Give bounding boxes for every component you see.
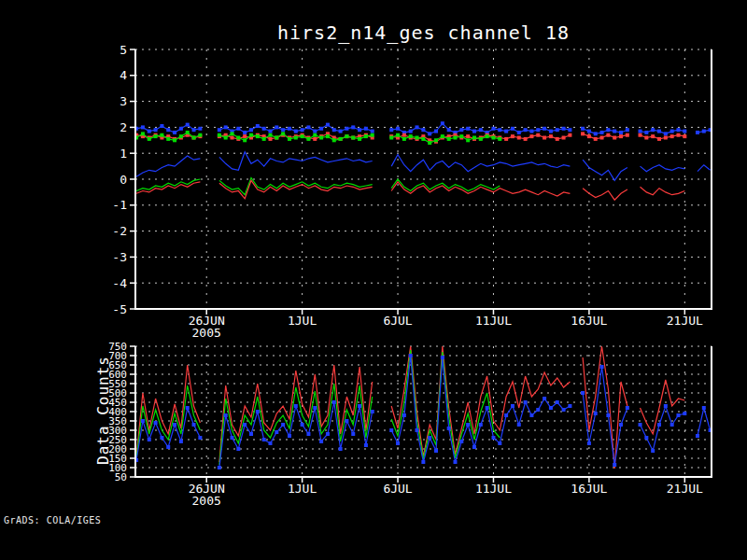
svg-text:-3: -3: [112, 250, 127, 264]
svg-text:6JUL: 6JUL: [383, 482, 412, 496]
svg-text:1JUL: 1JUL: [288, 482, 317, 496]
svg-text:1: 1: [120, 147, 127, 161]
chart-canvas: -5-4-3-2-101234526JUN20051JUL6JUL11JUL16…: [0, 0, 747, 560]
svg-text:6JUL: 6JUL: [383, 314, 412, 328]
grads-plot-window: hirs2_n14_ges channel 18 Data Counts -5-…: [0, 0, 747, 560]
svg-text:2: 2: [120, 120, 127, 134]
svg-text:4: 4: [120, 68, 127, 82]
svg-text:21JUL: 21JUL: [667, 482, 703, 496]
svg-text:-4: -4: [112, 276, 127, 290]
svg-text:-1: -1: [112, 198, 127, 212]
svg-text:11JUL: 11JUL: [475, 314, 512, 328]
svg-text:16JUL: 16JUL: [571, 314, 607, 328]
svg-text:-5: -5: [112, 302, 127, 316]
svg-text:11JUL: 11JUL: [475, 482, 512, 496]
svg-text:5: 5: [120, 43, 127, 57]
grads-attribution: GrADS: COLA/IGES: [4, 515, 101, 525]
svg-text:3: 3: [120, 94, 127, 108]
svg-text:750: 750: [108, 341, 127, 353]
svg-text:-2: -2: [112, 224, 127, 238]
svg-text:21JUL: 21JUL: [667, 314, 703, 328]
svg-text:2005: 2005: [192, 326, 221, 340]
svg-text:16JUL: 16JUL: [571, 482, 607, 496]
svg-text:0: 0: [120, 173, 127, 187]
svg-text:2005: 2005: [192, 494, 221, 508]
svg-text:1JUL: 1JUL: [288, 314, 317, 328]
